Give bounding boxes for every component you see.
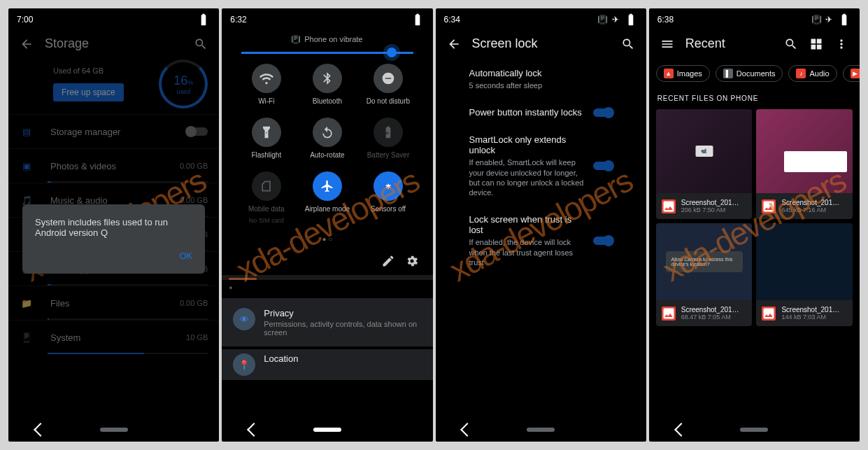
bluetooth-tile[interactable]: Bluetooth [297, 64, 357, 105]
smartlock-item[interactable]: SmartLock only extends unlockIf enabled,… [436, 126, 646, 206]
system-info-dialog: System includes files used to run Androi… [22, 204, 205, 274]
menu-icon[interactable] [660, 37, 674, 51]
audio-icon: ♪ [796, 69, 806, 78]
manager-toggle[interactable] [187, 127, 208, 136]
system-row[interactable]: 📱 System 10 GB [8, 320, 219, 354]
sensors-tile[interactable]: ✱Sensors off [357, 171, 418, 224]
settings-icon[interactable] [405, 254, 419, 268]
mobile-data-tile[interactable]: Mobile dataNo SIM card [236, 171, 297, 224]
vibrate-icon: 📳 [292, 35, 300, 43]
clock: 6:32 [230, 15, 246, 24]
image-icon [762, 199, 776, 213]
back-icon[interactable] [447, 37, 461, 51]
brightness-slider[interactable] [241, 52, 413, 54]
file-card[interactable]: 📹 Screenshot_201…206 kB 7:50 AM [656, 109, 753, 219]
battery-saver-tile[interactable]: Battery Saver [357, 118, 418, 159]
nav-back[interactable] [34, 423, 48, 437]
app-bar: Screen lock [436, 28, 646, 59]
file-card[interactable]: Screenshot_201…645 kB 7:16 AM [756, 109, 853, 219]
vibrate-icon: 📳 [812, 13, 820, 27]
privacy-icon: 👁 [237, 312, 251, 326]
nav-home[interactable] [527, 428, 555, 432]
smartlock-switch[interactable] [593, 162, 613, 170]
chip-audio[interactable]: ♪Audio [788, 65, 837, 82]
nav-back[interactable] [674, 423, 688, 437]
nav-bar [222, 418, 432, 442]
clock: 7:00 [17, 15, 33, 24]
more-icon[interactable] [834, 37, 848, 51]
vibrate-icon: 📳 [599, 13, 607, 27]
privacy-card[interactable]: 👁 PrivacyPermissions, activity controls,… [222, 298, 432, 346]
nav-bar [649, 418, 860, 442]
edit-icon[interactable] [381, 254, 395, 268]
nav-back[interactable] [460, 423, 474, 437]
rotate-tile[interactable]: Auto-rotate [297, 118, 357, 159]
image-icon: ▲ [664, 69, 674, 78]
nav-back[interactable] [247, 423, 261, 437]
battery-icon [197, 13, 211, 27]
power-lock-item[interactable]: Power button instantly locks [436, 99, 646, 126]
system-icon: 📱 [20, 330, 34, 344]
chip-videos[interactable]: ▶Vide [843, 65, 860, 82]
status-bar: 6:32 [222, 8, 432, 28]
image-icon [762, 307, 776, 321]
chip-documents[interactable]: ▌Documents [716, 65, 783, 82]
grid-view-icon[interactable] [809, 37, 823, 51]
file-card[interactable]: Screenshot_201…144 kB 7:03 AM [756, 223, 853, 326]
section-header: RECENT FILES ON PHONE [649, 87, 860, 109]
trust-lock-switch[interactable] [593, 237, 613, 245]
app-bar: Storage [8, 28, 219, 59]
trust-lock-item[interactable]: Lock screen when trust is lostIf enabled… [436, 206, 646, 276]
status-bar: 6:38 📳 ✈ [649, 8, 860, 28]
flashlight-icon [259, 125, 273, 139]
battery-icon [624, 13, 638, 27]
dnd-icon [381, 71, 395, 85]
power-lock-switch[interactable] [593, 108, 613, 117]
airplane-tile[interactable]: Airplane mode [297, 171, 357, 224]
airplane-icon: ✈ [611, 13, 620, 27]
dialog-ok-button[interactable]: OK [35, 251, 192, 261]
image-icon [662, 307, 676, 321]
nav-home[interactable] [740, 428, 768, 432]
status-bar: 6:34 📳 ✈ [436, 8, 646, 28]
search-icon[interactable] [784, 37, 798, 51]
thumbnail: 📹 [656, 109, 753, 193]
app-bar: Recent [649, 28, 860, 59]
nav-bar [436, 418, 646, 442]
dnd-tile[interactable]: Do not disturb [357, 64, 418, 105]
flashlight-tile[interactable]: Flashlight [236, 118, 297, 159]
battery-saver-icon [381, 125, 395, 139]
usage-ring: 16% used [159, 59, 208, 108]
wifi-icon [259, 71, 273, 85]
nav-home[interactable] [100, 428, 128, 432]
video-icon: ▶ [851, 69, 860, 78]
nav-home[interactable] [313, 428, 341, 432]
location-card[interactable]: 📍 Location [222, 349, 432, 380]
search-icon[interactable] [194, 37, 208, 51]
filter-chips: ▲Images ▌Documents ♪Audio ▶Vide [649, 59, 860, 87]
auto-lock-item[interactable]: Automatically lock5 seconds after sleep [436, 59, 646, 99]
used-label: Used of 64 GB [53, 66, 124, 75]
page-title: Recent [685, 36, 773, 51]
document-icon: ▌ [723, 69, 733, 78]
files-row[interactable]: 📁 Files 0.00 GB [8, 286, 219, 320]
chip-images[interactable]: ▲Images [656, 65, 710, 82]
image-icon [662, 199, 676, 213]
clock: 6:34 [444, 15, 460, 24]
back-icon[interactable] [20, 37, 34, 51]
file-card[interactable]: Allow Camera to access this device's loc… [656, 223, 753, 326]
page-indicator: ● ○ [222, 232, 432, 248]
free-up-space-button[interactable]: Free up space [53, 83, 124, 101]
thumbnail [756, 223, 853, 300]
storage-manager-row[interactable]: ▤ Storage manager [8, 114, 219, 148]
search-icon[interactable] [621, 37, 635, 51]
vibrate-status: 📳Phone on vibrate [222, 28, 432, 48]
airplane-icon: ✈ [825, 13, 833, 27]
wifi-tile[interactable]: Wi-Fi [236, 64, 297, 105]
photos-icon: ▣ [20, 159, 34, 173]
manager-icon: ▤ [20, 125, 34, 139]
page-title: Storage [45, 36, 183, 51]
nav-bar [8, 418, 219, 442]
battery-icon [837, 13, 851, 27]
photos-row[interactable]: ▣ Photos & videos 0.00 GB [8, 148, 219, 183]
